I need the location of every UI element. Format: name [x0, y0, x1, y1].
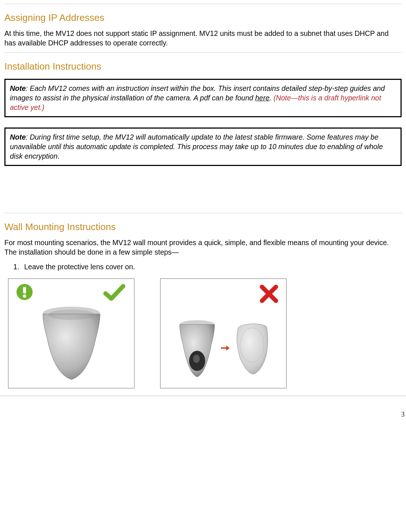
x-icon: [259, 284, 279, 304]
divider: [4, 213, 402, 213]
camera-cover-on-icon: [37, 304, 106, 381]
divider: [4, 52, 402, 53]
check-icon: [103, 284, 125, 302]
note-after: .: [58, 152, 59, 160]
caution-icon: [16, 283, 33, 301]
divider: [4, 4, 402, 4]
camera-cover-off-icon: [177, 317, 270, 379]
note-label: Note: [10, 84, 26, 92]
page-number: 3: [0, 403, 406, 420]
image-incorrect: [160, 278, 287, 388]
heading-assigning-ip: Assigning IP Addresses: [4, 12, 402, 23]
note-label: Note: [10, 133, 26, 141]
heading-installation: Installation Instructions: [4, 61, 402, 72]
heading-wall-mounting: Wall Mounting Instructions: [4, 221, 402, 233]
svg-point-5: [48, 310, 95, 320]
steps-list: Leave the protective lens cover on.: [21, 263, 402, 271]
body-wall-mounting: For most mounting scenarios, the MV12 wa…: [4, 238, 402, 257]
image-correct: [8, 278, 134, 388]
note-after: .: [270, 94, 272, 102]
note-box-insert: Note: Each MV12 comes with an instructio…: [4, 79, 402, 117]
svg-rect-1: [23, 287, 26, 293]
note-box-firmware: Note: During first time setup, the MV12 …: [4, 128, 402, 166]
image-row: [8, 278, 402, 388]
divider: [0, 396, 406, 396]
svg-point-9: [193, 355, 200, 363]
here-link[interactable]: here: [255, 94, 270, 102]
svg-point-2: [23, 295, 26, 298]
arrow-icon: [220, 344, 230, 352]
note-body: : During first time setup, the MV12 will…: [10, 133, 383, 160]
step-1: Leave the protective lens cover on.: [21, 263, 402, 271]
body-assigning-ip: At this time, the MV12 does not support …: [4, 29, 402, 48]
